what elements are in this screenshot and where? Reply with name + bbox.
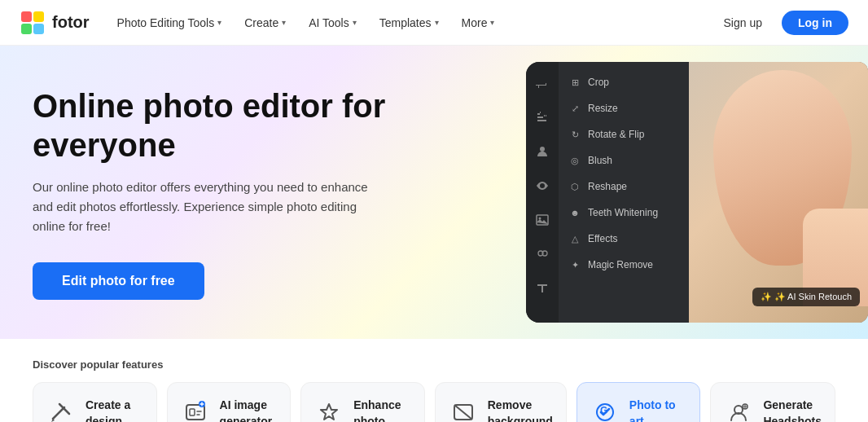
editor-icon-crop[interactable] xyxy=(531,72,554,95)
logo[interactable]: fotor xyxy=(20,10,90,36)
feature-card-photo-to-art[interactable]: G Photo to art xyxy=(576,382,701,422)
nav-photo-editing-tools[interactable]: Photo Editing Tools ▾ xyxy=(109,11,230,34)
hero-description: Our online photo editor offers everythin… xyxy=(33,178,375,236)
feature-card-generate-headshots[interactable]: Generate Headshots xyxy=(710,382,835,422)
chevron-down-icon: ▾ xyxy=(282,18,286,27)
tool-teeth-whitening[interactable]: ☻ Teeth Whitening xyxy=(559,200,689,225)
feature-label-photo-to-art: Photo to art xyxy=(629,398,676,422)
tool-reshape[interactable]: ⬡ Reshape xyxy=(559,174,689,199)
rotate-icon: ↻ xyxy=(568,128,581,141)
editor-icon-text[interactable] xyxy=(531,277,554,300)
features-section: Discover popular features Create a desig… xyxy=(0,339,868,422)
tool-rotate[interactable]: ↻ Rotate & Flip xyxy=(559,122,689,147)
tool-resize[interactable]: ⤢ Resize xyxy=(559,96,689,121)
teeth-icon: ☻ xyxy=(568,206,581,219)
editor-tools-panel: ⊞ Crop ⤢ Resize ↻ Rotate & Flip ◎ Blush … xyxy=(559,62,689,323)
blush-icon: ◎ xyxy=(568,154,581,167)
feature-label-remove-bg: Remove background xyxy=(488,398,553,422)
magic-icon: ✦ xyxy=(568,258,581,271)
nav-more[interactable]: More ▾ xyxy=(454,11,503,34)
editor-photo-canvas: ✨ ✨ AI Skin Retouch xyxy=(689,62,868,323)
svg-rect-13 xyxy=(190,409,195,415)
feature-label-enhance-photo: Enhance photo xyxy=(353,398,401,422)
chevron-down-icon: ▾ xyxy=(435,18,439,27)
login-button[interactable]: Log in xyxy=(782,11,848,35)
ai-image-gen-icon xyxy=(181,398,210,422)
chevron-down-icon: ▾ xyxy=(490,18,494,27)
svg-rect-2 xyxy=(33,11,44,22)
photo-to-art-icon: G xyxy=(590,398,620,422)
chevron-down-icon: ▾ xyxy=(217,18,221,27)
svg-point-5 xyxy=(540,147,545,152)
remove-bg-icon xyxy=(449,398,478,422)
effects-icon: △ xyxy=(568,232,581,245)
reshape-icon: ⬡ xyxy=(568,180,581,193)
enhance-photo-icon xyxy=(314,398,344,422)
feature-card-create-design[interactable]: Create a design xyxy=(33,382,157,422)
features-section-label: Discover popular features xyxy=(33,358,835,371)
feature-label-create-design: Create a design xyxy=(85,398,130,422)
editor-icon-adjust[interactable] xyxy=(531,106,554,129)
ai-skin-retouch-badge: ✨ ✨ AI Skin Retouch xyxy=(752,288,860,306)
signup-button[interactable]: Sign up xyxy=(711,11,775,35)
svg-rect-1 xyxy=(21,11,32,22)
create-design-icon xyxy=(46,398,76,422)
feature-card-ai-image-gen[interactable]: AI image generator xyxy=(167,382,292,422)
nav-templates[interactable]: Templates ▾ xyxy=(371,11,447,34)
chevron-down-icon: ▾ xyxy=(353,18,357,27)
svg-line-10 xyxy=(53,407,64,419)
feature-card-remove-bg[interactable]: Remove background xyxy=(435,382,567,422)
svg-text:G: G xyxy=(600,405,607,416)
nav-ai-tools[interactable]: AI Tools ▾ xyxy=(300,11,365,34)
resize-icon: ⤢ xyxy=(568,102,581,115)
editor-icon-faces[interactable] xyxy=(531,243,554,266)
hero-title: Online photo editor for everyone xyxy=(33,86,440,165)
ai-badge-icon: ✨ xyxy=(761,292,772,301)
navbar: fotor Photo Editing Tools ▾ Create ▾ AI … xyxy=(0,0,868,46)
hero-content: Online photo editor for everyone Our onl… xyxy=(33,86,440,300)
svg-rect-3 xyxy=(21,24,32,34)
feature-label-generate-headshots: Generate Headshots xyxy=(763,398,822,422)
editor-icon-image[interactable] xyxy=(531,209,554,231)
hero-section: Online photo editor for everyone Our onl… xyxy=(0,46,868,339)
tool-effects[interactable]: △ Effects xyxy=(559,226,689,251)
fotor-logo-icon xyxy=(20,10,46,36)
tool-blush[interactable]: ◎ Blush xyxy=(559,148,689,173)
features-grid: Create a design AI image generator xyxy=(33,382,835,422)
svg-marker-15 xyxy=(321,404,337,420)
brand-name: fotor xyxy=(52,13,90,32)
generate-headshots-icon xyxy=(724,398,753,422)
crop-icon: ⊞ xyxy=(568,76,581,89)
tool-crop[interactable]: ⊞ Crop xyxy=(559,70,689,95)
svg-rect-4 xyxy=(33,24,44,34)
hero-editor-mockup: ⊞ Crop ⤢ Resize ↻ Rotate & Flip ◎ Blush … xyxy=(526,62,868,323)
edit-photo-cta-button[interactable]: Edit photo for free xyxy=(33,262,204,300)
editor-icon-eye[interactable] xyxy=(531,174,554,197)
svg-line-11 xyxy=(59,404,69,414)
nav-create[interactable]: Create ▾ xyxy=(236,11,294,34)
svg-line-17 xyxy=(454,405,472,420)
editor-icon-sidebar xyxy=(526,62,559,323)
editor-icon-person[interactable] xyxy=(531,140,554,163)
tool-magic-remove[interactable]: ✦ Magic Remove xyxy=(559,253,689,277)
feature-label-ai-image-gen: AI image generator xyxy=(220,398,273,422)
feature-card-enhance-photo[interactable]: Enhance photo xyxy=(300,382,425,422)
